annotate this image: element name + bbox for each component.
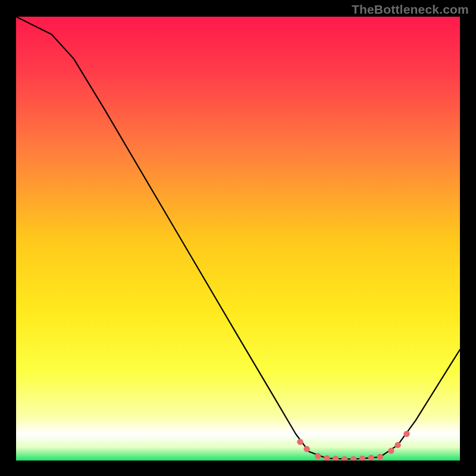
svg-point-1: [297, 439, 303, 444]
svg-point-11: [388, 447, 394, 453]
svg-point-2: [303, 446, 309, 452]
chart-frame: TheBottleneck.com: [0, 0, 476, 476]
chart-plot: [16, 17, 460, 461]
watermark-text: TheBottleneck.com: [352, 2, 469, 17]
svg-point-3: [315, 453, 321, 459]
svg-rect-0: [16, 17, 460, 461]
svg-point-10: [377, 454, 383, 460]
svg-point-12: [394, 442, 400, 448]
svg-point-13: [403, 431, 409, 437]
chart-svg: [16, 17, 460, 461]
